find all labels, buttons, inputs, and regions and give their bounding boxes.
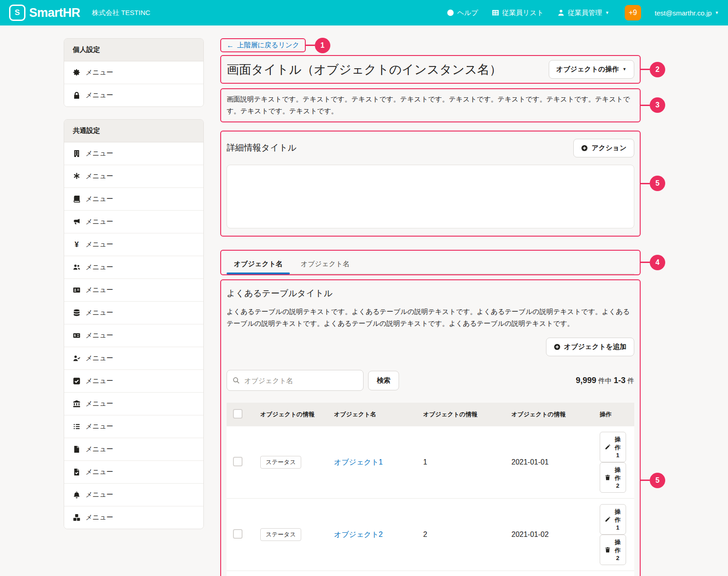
sidebar-item-menu[interactable]: メニュー xyxy=(64,415,203,438)
chevron-down-icon: ▼ xyxy=(605,11,609,15)
sidebar-item-menu[interactable]: メニュー xyxy=(64,61,203,84)
file-icon xyxy=(73,445,81,453)
crew-admin-menu[interactable]: 従業員管理 ▼ xyxy=(557,9,609,17)
delete-operation-button[interactable]: 操作2 xyxy=(600,462,626,493)
object-link[interactable]: オブジェクト1 xyxy=(334,458,383,466)
delete-operation-button[interactable]: 操作2 xyxy=(600,535,626,565)
annotated-description-frame: 画面説明テキストです。テキストです。テキストです。テキストです。テキストです。テ… xyxy=(220,88,641,122)
info-cell: 1 xyxy=(420,426,508,499)
sidebar-item-menu[interactable]: メニュー xyxy=(64,484,203,506)
row-checkbox[interactable] xyxy=(233,457,243,466)
gear-icon xyxy=(73,69,81,76)
landmark-icon xyxy=(73,400,81,408)
main-content: ← 上階層に戻るリンク 1 画面タイトル（オブジェクトのインスタンス名） オブジ… xyxy=(220,38,641,576)
detail-panel-empty-card xyxy=(227,165,634,228)
users-icon xyxy=(73,263,81,271)
company-name: 株式会社 TESTINC xyxy=(92,9,150,17)
database-icon xyxy=(73,309,81,317)
sidebar-item-menu[interactable]: ¥ メニュー xyxy=(64,233,203,256)
sidebar-item-menu[interactable]: メニュー xyxy=(64,211,203,233)
account-menu[interactable]: test@smarthr.co.jp ▼ xyxy=(655,9,719,17)
file-check-icon xyxy=(73,468,81,476)
sidebar-item-menu[interactable]: メニュー xyxy=(64,165,203,188)
sidebar-item-menu[interactable]: メニュー xyxy=(64,256,203,279)
help-link[interactable]: ヘルプ xyxy=(447,9,478,17)
plus-circle-icon xyxy=(554,344,561,350)
back-to-parent-link[interactable]: ← 上階層に戻るリンク xyxy=(227,41,299,50)
chevron-down-icon: ▼ xyxy=(715,11,719,15)
date-cell: 2021-01-02 xyxy=(508,499,596,571)
sidebar-item-menu[interactable]: メニュー xyxy=(64,393,203,415)
pencil-icon xyxy=(605,444,611,450)
building-icon xyxy=(73,150,81,157)
person-icon xyxy=(557,9,565,16)
annotated-back-link-frame: ← 上階層に戻るリンク 1 xyxy=(220,38,306,52)
notification-count-badge[interactable]: +9 xyxy=(625,5,641,20)
table-panel-description: よくあるテーブルの説明テキストです。よくあるテーブルの説明テキストです。よくある… xyxy=(227,306,634,330)
sidebar-item-menu[interactable]: メニュー xyxy=(64,188,203,211)
header-nav: ヘルプ 従業員リスト 従業員管理 ▼ +9 test@smarthr.co.jp… xyxy=(447,5,719,20)
sidebar-item-menu[interactable]: メニュー xyxy=(64,506,203,529)
row-checkbox[interactable] xyxy=(233,529,243,539)
page-title: 画面タイトル（オブジェクトのインスタンス名） xyxy=(227,61,502,78)
trash-icon xyxy=(605,475,611,480)
smarthr-logo-icon: S xyxy=(9,5,25,21)
action-button[interactable]: アクション xyxy=(573,139,634,157)
sidebar-item-menu[interactable]: メニュー xyxy=(64,461,203,484)
sidebar: 個人設定 メニュー メニュー 共通設定 メニュー メニュー xyxy=(64,38,204,541)
table-row: ステータス オブジェクト1 1 2021-01-01 操作1 操作2 xyxy=(227,426,634,499)
object-table: オブジェクトの情報 オブジェクト名 オブジェクトの情報 オブジェクトの情報 操作… xyxy=(227,403,634,576)
page-body: 個人設定 メニュー メニュー 共通設定 メニュー メニュー xyxy=(0,25,728,576)
object-link[interactable]: オブジェクト2 xyxy=(334,531,383,538)
user-check-icon xyxy=(73,354,81,362)
column-header-status: オブジェクトの情報 xyxy=(257,403,330,426)
edit-operation-button[interactable]: 操作1 xyxy=(600,504,626,535)
object-search-box xyxy=(227,370,364,391)
column-header-name: オブジェクト名 xyxy=(330,403,420,426)
table-panel-title: よくあるテーブルタイトル xyxy=(227,288,634,299)
table-header-row: オブジェクトの情報 オブジェクト名 オブジェクトの情報 オブジェクトの情報 操作 xyxy=(227,403,634,426)
book-icon xyxy=(73,195,81,203)
smarthr-logo[interactable]: S SmartHR xyxy=(9,5,80,21)
date-cell: 2021-01-01 xyxy=(508,426,596,499)
status-badge: ステータス xyxy=(260,456,301,469)
add-object-button[interactable]: オブジェクトを追加 xyxy=(546,338,634,356)
column-header-info2: オブジェクトの情報 xyxy=(508,403,596,426)
edit-operation-button[interactable]: 操作1 xyxy=(600,432,626,462)
list-icon xyxy=(73,423,81,430)
tab-bar: オブジェクト名 オブジェクト名 xyxy=(227,257,634,274)
sidebar-item-menu[interactable]: メニュー xyxy=(64,279,203,302)
sidebar-item-menu[interactable]: メニュー xyxy=(64,142,203,165)
annotated-detail-panel-frame: 詳細情報タイトル アクション 5 xyxy=(220,131,641,237)
tab-object-1[interactable]: オブジェクト名 xyxy=(227,257,290,273)
chevron-down-icon: ▼ xyxy=(622,67,627,71)
sidebar-item-menu[interactable]: メニュー xyxy=(64,347,203,370)
bell-icon xyxy=(73,491,81,499)
sidebar-item-menu[interactable]: メニュー xyxy=(64,370,203,393)
yen-icon: ¥ xyxy=(73,241,81,249)
sidebar-item-menu[interactable]: メニュー xyxy=(64,302,203,324)
date-cell: 2021-01-03 xyxy=(508,571,596,576)
sidebar-item-menu[interactable]: メニュー xyxy=(64,438,203,461)
smarthr-app: S SmartHR 株式会社 TESTINC ヘルプ 従業員リスト 従業員管理 … xyxy=(0,0,728,576)
sidebar-section-title: 共通設定 xyxy=(64,120,203,142)
status-badge: ステータス xyxy=(260,528,301,541)
annotation-marker-2: 2 xyxy=(650,62,665,77)
annotation-marker-5: 5 xyxy=(650,473,665,488)
pencil-icon xyxy=(605,516,611,522)
search-input[interactable] xyxy=(243,376,358,385)
sidebar-item-menu[interactable]: メニュー xyxy=(64,84,203,106)
sidebar-section-title: 個人設定 xyxy=(64,39,203,61)
id-card-icon xyxy=(73,286,81,294)
tab-object-2[interactable]: オブジェクト名 xyxy=(293,257,357,273)
trash-icon xyxy=(605,547,611,553)
object-actions-dropdown[interactable]: オブジェクトの操作 ▼ xyxy=(549,60,634,79)
search-button[interactable]: 検索 xyxy=(368,371,399,390)
bullhorn-icon xyxy=(73,218,81,226)
search-icon xyxy=(233,377,240,384)
annotation-marker-3: 3 xyxy=(650,97,665,113)
cubes-icon xyxy=(73,514,81,521)
select-all-checkbox[interactable] xyxy=(233,409,243,419)
crew-list-link[interactable]: 従業員リスト xyxy=(492,9,544,17)
sidebar-item-menu[interactable]: メニュー xyxy=(64,324,203,347)
